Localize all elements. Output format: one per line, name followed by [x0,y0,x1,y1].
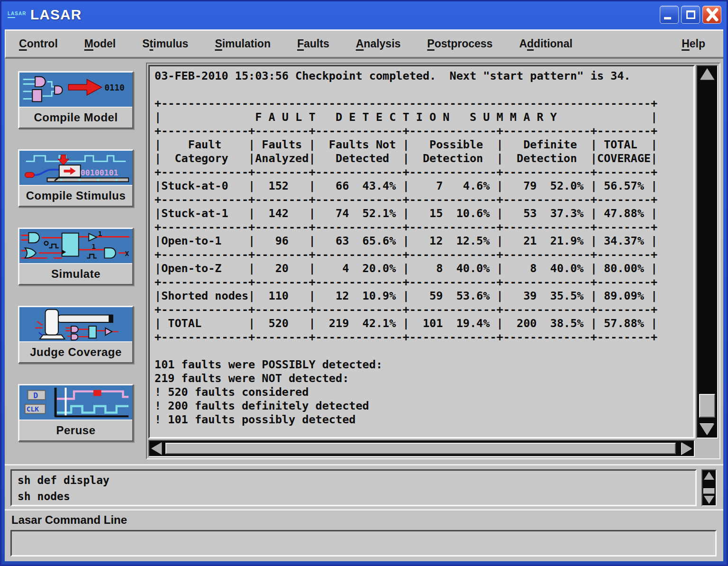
menu-simulation[interactable]: Simulation [215,37,271,50]
svg-text:1: 1 [98,229,102,237]
simulate-icon: 1 1 X [19,229,132,263]
app-body: Control Model Stimulus Simulation Faults… [5,29,723,561]
command-label-bar: Lasar Command Line [5,509,723,529]
command-history-text: sh def display sh nodes [18,472,690,504]
compile-stimulus-icon: 00100101 [19,151,132,185]
window-title: LASAR [30,7,82,23]
menu-postprocess[interactable]: Postprocess [427,37,492,50]
output-text: 03-FEB-2010 15:03:56 Checkpoint complete… [155,69,693,427]
command-input[interactable] [12,531,715,555]
judge-coverage-label: Judge Coverage [19,341,132,362]
window-controls [660,6,721,24]
menu-stimulus[interactable]: Stimulus [142,37,188,50]
menu-additional[interactable]: Additional [519,37,572,50]
command-history-panel: sh def display sh nodes [10,469,697,506]
svg-text:00100101: 00100101 [81,168,118,177]
simulate-label: Simulate [19,263,132,284]
maximize-button[interactable] [681,6,700,24]
compile-model-label: Compile Model [19,107,132,128]
close-icon [703,6,722,23]
svg-text:1: 1 [91,242,96,250]
minimize-icon [664,17,671,19]
vertical-scroll-thumb[interactable] [699,394,715,418]
scroll-down-arrow-icon[interactable] [700,424,714,435]
maximize-icon [686,10,695,19]
close-button[interactable] [702,6,721,24]
history-scroll-up-icon[interactable] [704,472,714,480]
judge-coverage-icon [19,307,132,341]
titlebar: LASAR LASAR [0,0,728,29]
compile-model-icon: 0110 [19,73,132,107]
svg-text:0110: 0110 [104,83,124,92]
logo-text: LASAR [8,11,25,16]
command-area: sh def display sh nodes Lasar Command Li… [5,464,723,561]
output-scroll-window: 03-FEB-2010 15:03:56 Checkpoint complete… [146,63,720,459]
history-scroll-track[interactable] [702,481,716,494]
lasar-window: LASAR LASAR Control Model Stimulus Simul… [0,0,728,29]
peruse-label: Peruse [19,420,132,440]
judge-coverage-button[interactable]: Judge Coverage [18,306,134,364]
scroll-up-arrow-icon[interactable] [700,68,714,80]
history-scroll-down-icon[interactable] [704,496,714,504]
svg-text:CLK: CLK [27,405,39,413]
menu-faults[interactable]: Faults [297,37,329,50]
command-history-row: sh def display sh nodes [10,469,717,506]
scroll-left-arrow-icon[interactable] [151,442,162,455]
simulate-button[interactable]: 1 1 X Simulate [18,228,134,285]
menu-model[interactable]: Model [84,37,116,50]
compile-stimulus-label: Compile Stimulus [19,185,132,206]
peruse-icon: D CLK [19,385,132,420]
command-line-label: Lasar Command Line [11,513,127,527]
command-input-box [10,530,717,557]
menu-analysis[interactable]: Analysis [356,37,401,50]
output-panel: 03-FEB-2010 15:03:56 Checkpoint complete… [148,65,695,438]
peruse-button[interactable]: D CLK Peruse [18,384,134,442]
horizontal-scroll-thumb[interactable] [165,443,676,454]
scroll-right-arrow-icon[interactable] [682,442,692,455]
vertical-scrollbar[interactable] [696,65,718,438]
main-area: 0110 Compile Model [5,59,723,464]
history-scroll-thumb[interactable] [703,488,715,494]
history-scrollbar[interactable] [701,469,717,506]
compile-model-button[interactable]: 0110 Compile Model [18,71,134,129]
menubar: Control Model Stimulus Simulation Faults… [5,29,723,59]
menu-control[interactable]: Control [19,37,58,50]
svg-text:D: D [33,391,38,400]
menu-help[interactable]: Help [682,37,705,50]
horizontal-scrollbar[interactable] [148,440,695,457]
scrollbar-corner [696,440,718,457]
compile-stimulus-button[interactable]: 00100101 Compile Stimulus [18,149,134,207]
sidebar: 0110 Compile Model [5,59,145,464]
svg-text:X: X [125,249,129,257]
lasar-logo-icon[interactable]: LASAR [8,9,25,21]
minimize-button[interactable] [660,6,679,24]
logo-underline [8,17,15,18]
